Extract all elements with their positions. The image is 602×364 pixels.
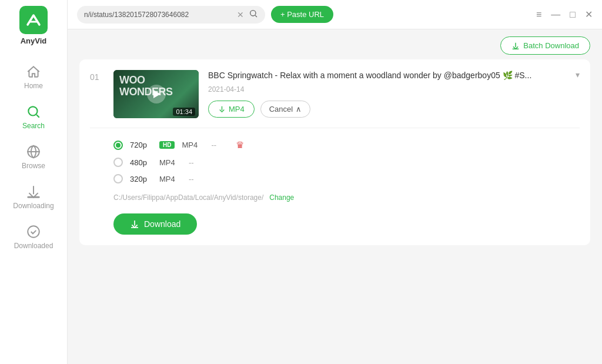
sidebar-item-downloaded[interactable]: Downloaded [0,217,67,257]
quality-radio-720p[interactable] [113,141,123,150]
url-search-icon[interactable] [249,9,258,21]
quality-radio-320p[interactable] [113,174,123,183]
content-area: 01 WOOWONDERS 01:34 BBC Springwatch - Re… [68,59,602,364]
change-storage-link[interactable]: Change [269,193,294,202]
title-chevron-icon[interactable]: ▾ [576,70,580,79]
video-card: 01 WOOWONDERS 01:34 BBC Springwatch - Re… [79,59,590,245]
mp4-button[interactable]: MP4 [208,101,255,118]
maximize-button[interactable]: □ [570,9,576,20]
video-info: BBC Springwatch - Relax with a moment a … [208,70,580,118]
cancel-label: Cancel [269,105,293,113]
paste-url-label: + Paste URL [280,10,324,19]
quality-row-720p: 720p HD MP4 -- ♛ [90,136,580,153]
sidebar-item-home[interactable]: Home [0,57,67,97]
svg-point-0 [28,106,37,115]
url-clear-button[interactable]: ✕ [237,10,244,19]
batch-download-label: Batch Download [523,41,579,50]
logo-area: AnyVid [19,6,48,45]
url-bar: n/i/status/1382015728073646082 ✕ [77,6,265,24]
browse-icon [26,144,41,159]
content-header: Batch Download [68,29,602,59]
app-logo [19,6,48,34]
download-icon [130,219,139,229]
sidebar-item-downloaded-label: Downloaded [14,242,53,250]
quality-row-480p: 480p MP4 -- [90,155,580,170]
titlebar: n/i/status/1382015728073646082 ✕ + Paste… [68,0,602,29]
cancel-chevron-icon: ∧ [296,105,302,113]
sidebar-item-downloading[interactable]: Downloading [0,177,67,217]
quality-format-720p: MP4 [182,141,204,149]
quality-row-320p: 320p MP4 -- [90,171,580,186]
quality-format-480p: MP4 [159,158,182,167]
quality-section: 720p HD MP4 -- ♛ 480p MP4 -- 320p [90,128,580,235]
paste-url-button[interactable]: + Paste URL [271,6,333,23]
downloading-icon [26,184,41,199]
video-index: 01 [90,70,104,82]
quality-format-320p: MP4 [159,175,182,183]
download-button[interactable]: Download [113,213,197,235]
url-text: n/i/status/1382015728073646082 [84,11,232,19]
thumb-play-button[interactable] [147,85,166,103]
menu-button[interactable]: ≡ [536,9,541,20]
cancel-button[interactable]: Cancel ∧ [260,101,310,118]
downloaded-icon [26,224,41,239]
window-controls: ≡ — □ ✕ [536,9,593,20]
quality-label-720p: 720p [130,141,152,149]
home-icon [26,64,41,79]
svg-point-3 [28,226,39,238]
video-top: 01 WOOWONDERS 01:34 BBC Springwatch - Re… [90,70,580,118]
crown-icon: ♛ [236,139,244,151]
app-name: AnyVid [21,36,47,45]
video-actions: MP4 Cancel ∧ [208,101,580,118]
video-title: BBC Springwatch - Relax with a moment a … [208,70,531,82]
sidebar-item-search[interactable]: Search [0,97,67,137]
sidebar: AnyVid Home Search Browse Downloading [0,0,68,364]
quality-size-720p: -- [211,141,229,149]
quality-radio-480p[interactable] [113,158,123,167]
search-icon [26,104,41,119]
sidebar-item-search-label: Search [22,122,45,130]
batch-download-icon [511,42,520,50]
mp4-label: MP4 [229,105,245,113]
video-thumbnail: WOOWONDERS 01:34 [113,70,199,118]
download-label: Download [144,219,180,229]
close-button[interactable]: ✕ [585,9,593,20]
main-area: n/i/status/1382015728073646082 ✕ + Paste… [68,0,602,364]
quality-size-480p: -- [189,158,206,167]
minimize-button[interactable]: — [551,9,560,20]
sidebar-item-browse[interactable]: Browse [0,137,67,177]
thumb-duration: 01:34 [173,108,195,116]
quality-label-480p: 480p [130,158,152,167]
svg-rect-2 [28,197,39,198]
mp4-download-icon [218,105,226,113]
batch-download-button[interactable]: Batch Download [500,36,590,55]
storage-path: C:/Users/Filippa/AppData/Local/AnyVid/st… [113,193,263,202]
quality-label-320p: 320p [130,175,152,183]
sidebar-item-downloading-label: Downloading [13,202,53,210]
storage-row: C:/Users/Filippa/AppData/Local/AnyVid/st… [90,188,580,208]
sidebar-item-browse-label: Browse [22,162,45,170]
hd-badge: HD [159,141,175,149]
quality-size-320p: -- [189,175,206,183]
video-date: 2021-04-14 [208,85,580,93]
sidebar-item-home-label: Home [24,82,43,90]
svg-point-4 [250,10,256,15]
